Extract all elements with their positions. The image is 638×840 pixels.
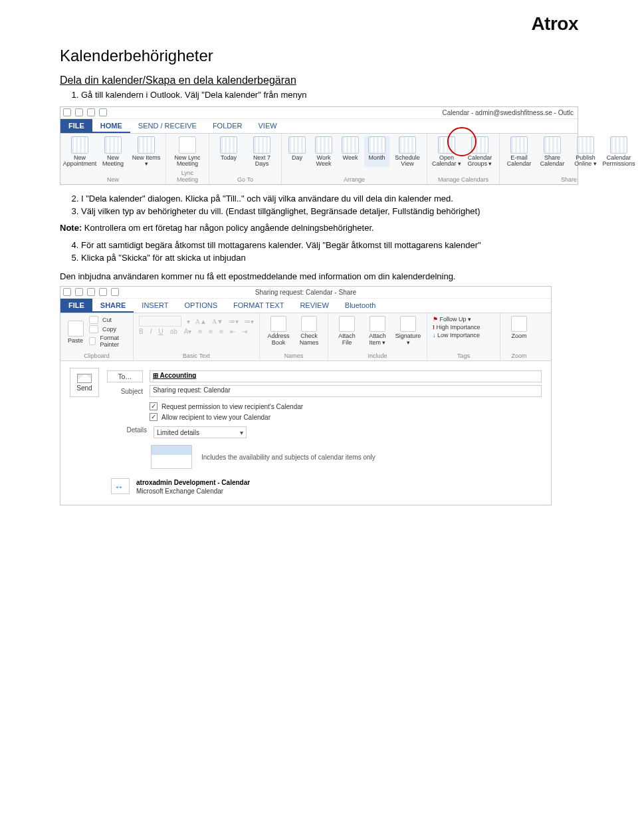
- step-5: Klicka på "Skicka" för att skicka ut inb…: [81, 252, 578, 264]
- qat-icon[interactable]: [87, 288, 95, 296]
- my-calendar-title: atroxadmin Development - Calendar: [136, 478, 250, 487]
- group-label: Zoom: [506, 352, 532, 359]
- window-titlebar: Calendar - admin@swedishfitness.se - Out…: [60, 107, 578, 119]
- btn-email-calendar[interactable]: E-mail Calendar: [504, 136, 534, 168]
- btn-share-calendar[interactable]: Share Calendar: [537, 136, 568, 168]
- tab-options[interactable]: OPTIONS: [177, 299, 226, 313]
- checkbox-request-permission[interactable]: ✓ Request permission to view recipient's…: [150, 402, 542, 410]
- btn-new-lync-meeting[interactable]: New Lync Meeting: [170, 136, 205, 168]
- tab-review[interactable]: REVIEW: [292, 299, 336, 313]
- details-select[interactable]: Limited details: [154, 426, 247, 438]
- btn-attach-item[interactable]: Attach Item ▾: [364, 316, 391, 346]
- tab-share[interactable]: SHARE: [92, 299, 134, 313]
- calendar-icon: [138, 136, 155, 154]
- btn-open-calendar[interactable]: Open Calendar ▾: [431, 136, 462, 168]
- qat-icon[interactable]: [75, 288, 83, 296]
- btn-low-importance[interactable]: Low Importance: [433, 332, 494, 339]
- format-painter-icon: [89, 337, 96, 345]
- qat-icon[interactable]: [99, 108, 107, 116]
- send-label: Send: [76, 384, 92, 392]
- group-arrange: Day Work Week Week Month Schedule View A…: [282, 134, 427, 184]
- btn-format-painter[interactable]: Format Painter: [89, 335, 128, 348]
- btn-new-appointment[interactable]: New Appointment: [64, 136, 95, 168]
- subject-field[interactable]: Sharing request: Calendar: [150, 385, 542, 397]
- window-title: Calendar - admin@swedishfitness.se - Out…: [443, 109, 574, 116]
- qat-icon[interactable]: [99, 288, 107, 296]
- btn-day[interactable]: Day: [286, 136, 308, 168]
- btn-new-items[interactable]: New Items ▾: [131, 136, 161, 168]
- qat-icon[interactable]: [111, 288, 119, 296]
- group-tags: Follow Up ▾ High Importance Low Importan…: [427, 313, 500, 360]
- btn-new-meeting[interactable]: New Meeting: [98, 136, 128, 168]
- calendar-icon: [288, 136, 306, 154]
- outlook-calendar-ribbon: Calendar - admin@swedishfitness.se - Out…: [60, 106, 578, 185]
- calendar-icon: [399, 136, 416, 154]
- address-book-icon: [270, 316, 286, 332]
- tab-folder[interactable]: FOLDER: [205, 119, 251, 133]
- btn-attach-file[interactable]: Attach File: [334, 316, 360, 346]
- btn-check-names[interactable]: Check Names: [296, 316, 322, 346]
- tab-file[interactable]: FILE: [60, 119, 92, 133]
- tab-format-text[interactable]: FORMAT TEXT: [225, 299, 292, 313]
- btn-address-book[interactable]: Address Book: [265, 316, 292, 346]
- quick-access-toolbar[interactable]: [63, 288, 119, 296]
- btn-zoom[interactable]: Zoom: [506, 316, 532, 339]
- group-clipboard: Paste Cut Copy Format Painter Clipboard: [60, 313, 134, 360]
- qat-icon[interactable]: [87, 108, 95, 116]
- btn-calendar-groups[interactable]: Calendar Groups ▾: [465, 136, 495, 168]
- tab-bluetooth[interactable]: Bluetooth: [337, 299, 383, 313]
- note-text: Kontrollera om ert företag har någon pol…: [84, 223, 374, 233]
- btn-today[interactable]: Today: [213, 136, 244, 168]
- group-goto: Today Next 7 Days Go To: [209, 134, 282, 184]
- calendar-preview-icon: [151, 445, 192, 469]
- group-label: Lync Meeting: [170, 170, 205, 183]
- group-label: Include: [334, 352, 421, 359]
- tab-home[interactable]: HOME: [92, 119, 130, 133]
- group-label: New: [64, 176, 161, 183]
- note-line: Note: Kontrollera om ert företag har någ…: [60, 223, 578, 233]
- btn-paste[interactable]: Paste: [66, 321, 85, 344]
- calendar-icon: [510, 136, 528, 154]
- tab-file[interactable]: FILE: [60, 299, 92, 313]
- group-label: Names: [265, 352, 322, 359]
- note-label: Note:: [60, 223, 82, 233]
- attach-file-icon: [339, 316, 355, 332]
- btn-high-importance[interactable]: High Importance: [433, 324, 494, 331]
- btn-copy[interactable]: Copy: [89, 325, 128, 333]
- tab-insert[interactable]: INSERT: [134, 299, 176, 313]
- btn-cut[interactable]: Cut: [89, 316, 128, 324]
- btn-week[interactable]: Week: [339, 136, 362, 168]
- btn-signature[interactable]: Signature ▾: [395, 316, 421, 346]
- tab-send-receive[interactable]: SEND / RECEIVE: [130, 119, 205, 133]
- calendar-icon: [471, 136, 488, 154]
- qat-icon[interactable]: [63, 108, 71, 116]
- btn-month[interactable]: Month: [364, 136, 389, 168]
- details-description: Includes the availability and subjects o…: [201, 454, 375, 461]
- tab-view[interactable]: VIEW: [251, 119, 285, 133]
- btn-follow-up[interactable]: Follow Up ▾: [433, 316, 494, 323]
- lync-icon: [179, 136, 196, 154]
- steps-list-a: Gå till kalendern i Outlook. Välj "Dela …: [81, 89, 578, 101]
- to-field[interactable]: ⊞ Accounting: [150, 370, 542, 382]
- checkbox-icon: ✓: [150, 402, 158, 410]
- qat-icon[interactable]: [63, 288, 71, 296]
- send-button[interactable]: Send: [70, 368, 99, 397]
- step-4: För att samtidigt begära åtkomst till mo…: [81, 239, 578, 251]
- group-new: New Appointment New Meeting New Items ▾ …: [60, 134, 166, 184]
- btn-work-week[interactable]: Work Week: [311, 136, 336, 168]
- checkbox-allow-recipient[interactable]: ✓ Allow recipient to view your Calendar: [150, 413, 542, 421]
- my-calendar-subtitle: Microsoft Exchange Calendar: [136, 487, 250, 495]
- group-manage-calendars: Open Calendar ▾ Calendar Groups ▾ Manage…: [427, 134, 500, 184]
- btn-publish-online[interactable]: Publish Online ▾: [570, 136, 601, 168]
- quick-access-toolbar[interactable]: [63, 108, 107, 116]
- qat-icon[interactable]: [75, 108, 83, 116]
- btn-schedule-view[interactable]: Schedule View: [392, 136, 423, 168]
- page-title: Kalenderbehörigheter: [60, 47, 578, 65]
- calendar-icon: [577, 136, 594, 154]
- to-button[interactable]: To…: [107, 370, 143, 382]
- closing-paragraph: Den inbjudna användaren kommer nu få ett…: [60, 271, 578, 283]
- btn-calendar-permissions[interactable]: Calendar Permissions: [603, 136, 634, 168]
- btn-next-7-days[interactable]: Next 7 Days: [247, 136, 277, 168]
- compose-area: Send To… ⊞ Accounting Subject Sharing re…: [60, 361, 551, 505]
- group-basic-text: ▾A▲A▼≔▾≔▾ BIUabA▾≡≡≡⇤⇥ Basic Text: [134, 313, 260, 360]
